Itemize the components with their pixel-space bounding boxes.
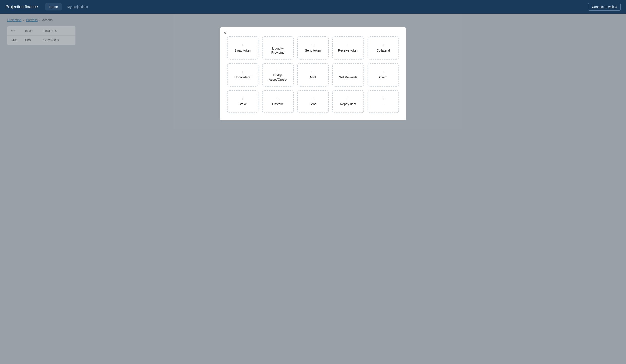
action-receive-token[interactable]: + Receive token — [332, 36, 364, 60]
action-label: Get Rewards — [339, 75, 357, 79]
action-label: Unstake — [272, 102, 284, 106]
header-nav: Home My projections — [45, 3, 588, 10]
modal-overlay: ✕ + Swap token + Liquidity Providing + S… — [0, 14, 626, 364]
plus-icon: + — [382, 70, 384, 74]
plus-icon: + — [312, 70, 314, 74]
action-more[interactable]: + ... — [368, 90, 399, 113]
plus-icon: + — [277, 97, 279, 101]
action-mint[interactable]: + Mint — [297, 63, 329, 86]
action-label: Uncollateral — [234, 75, 251, 79]
plus-icon: + — [242, 97, 244, 101]
plus-icon: + — [312, 97, 314, 101]
plus-icon: + — [242, 43, 244, 47]
action-label: Lend — [309, 102, 316, 106]
action-swap-token[interactable]: + Swap token — [227, 36, 258, 60]
action-get-rewards[interactable]: + Get Rewards — [332, 63, 364, 86]
action-label: Collateral — [376, 48, 390, 52]
plus-icon: + — [382, 97, 384, 101]
action-label: ... — [382, 102, 385, 106]
plus-icon: + — [347, 97, 349, 101]
plus-icon: + — [242, 70, 244, 74]
plus-icon: + — [347, 43, 349, 47]
action-bridge-asset[interactable]: + Bridge Asset(Cross- — [262, 63, 293, 86]
plus-icon: + — [347, 70, 349, 74]
action-unstake[interactable]: + Unstake — [262, 90, 293, 113]
action-send-token[interactable]: + Send token — [297, 36, 329, 60]
action-label: Liquidity Providing — [265, 46, 290, 55]
action-uncollateral[interactable]: + Uncollateral — [227, 63, 258, 86]
action-claim[interactable]: + Claim — [368, 63, 399, 86]
action-lend[interactable]: + Lend — [297, 90, 329, 113]
action-stake[interactable]: + Stake — [227, 90, 258, 113]
action-label: Repay debt — [340, 102, 356, 106]
action-label: Send token — [305, 48, 321, 52]
plus-icon: + — [277, 68, 279, 72]
home-button[interactable]: Home — [45, 3, 62, 10]
action-liquidity-providing[interactable]: + Liquidity Providing — [262, 36, 293, 60]
actions-modal: ✕ + Swap token + Liquidity Providing + S… — [220, 27, 406, 120]
action-label: Mint — [310, 75, 316, 79]
connect-web3-button[interactable]: Connect to web 3 — [588, 3, 621, 11]
logo: Projection.finance — [5, 4, 38, 9]
plus-icon: + — [312, 43, 314, 47]
action-label: Claim — [379, 75, 387, 79]
action-label: Receive token — [338, 48, 358, 52]
action-label: Swap token — [235, 48, 251, 52]
close-button[interactable]: ✕ — [223, 31, 227, 36]
plus-icon: + — [382, 43, 384, 47]
header: Projection.finance Home My projections C… — [0, 0, 626, 14]
my-projections-link[interactable]: My projections — [67, 5, 88, 9]
actions-grid: + Swap token + Liquidity Providing + Sen… — [227, 36, 399, 113]
action-collateral[interactable]: + Collateral — [368, 36, 399, 60]
action-label: Bridge Asset(Cross- — [265, 73, 290, 81]
action-label: Stake — [239, 102, 247, 106]
plus-icon: + — [277, 41, 279, 45]
action-repay-debt[interactable]: + Repay debt — [332, 90, 364, 113]
